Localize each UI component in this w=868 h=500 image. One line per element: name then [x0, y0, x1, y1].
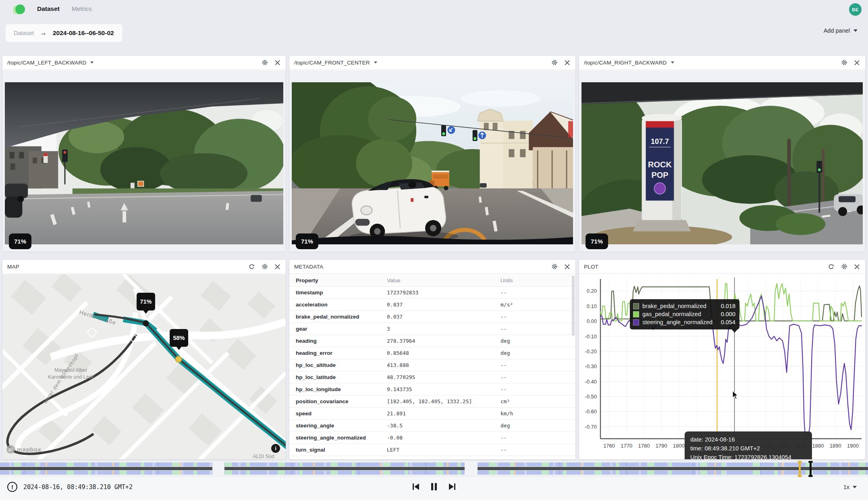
- camera-image-front-center: [292, 82, 573, 244]
- svg-text:-0.40: -0.40: [585, 379, 597, 385]
- svg-text:1770: 1770: [621, 443, 632, 449]
- app-logo-icon[interactable]: [15, 4, 25, 15]
- table-header-row: Property Value Units: [289, 274, 575, 287]
- value-cell: 1723792833: [387, 287, 500, 299]
- add-panel-button[interactable]: Add panel: [824, 27, 858, 34]
- settings-gear-icon[interactable]: [551, 263, 558, 270]
- breadcrumb-root[interactable]: Dataset: [14, 30, 34, 36]
- breadcrumb-row: Dataset → 2024-08-16--06-50-02 Add panel: [0, 19, 868, 54]
- units-cell: --: [500, 444, 575, 456]
- nav-tab-dataset[interactable]: Dataset: [37, 5, 60, 12]
- chevron-down-icon: [853, 29, 858, 32]
- settings-gear-icon[interactable]: [841, 59, 847, 66]
- svg-text:-0.60: -0.60: [585, 408, 597, 415]
- property-cell: turn_signal: [289, 444, 387, 456]
- legend-swatch: [633, 303, 639, 309]
- panel-header: /topic/CAM_RIGHT_BACKWARD: [579, 56, 865, 70]
- panel-title: PLOT: [584, 264, 598, 270]
- settings-gear-icon[interactable]: [551, 59, 558, 66]
- playback-speed-selector[interactable]: 1x: [843, 484, 857, 490]
- metadata-table-container[interactable]: Property Value Units timestamp1723792833…: [289, 274, 575, 459]
- topic-selector-cam-left[interactable]: /topic/CAM_LEFT_BACKWARD: [7, 60, 94, 66]
- breadcrumb-current: 2024-08-16--06-50-02: [53, 29, 114, 37]
- units-cell: deg: [500, 420, 575, 432]
- value-cell: [182.405, 182.405, 1332.25]: [387, 396, 500, 408]
- plot-canvas[interactable]: 0.200.100.00-0.10-0.20-0.30-0.40-0.50-0.…: [579, 274, 865, 459]
- tooltip-time: time: 08:49:38.210 GMT+2: [690, 444, 806, 453]
- property-cell: speed: [289, 408, 387, 420]
- buildings: [5, 146, 58, 189]
- svg-text:0.10: 0.10: [587, 303, 597, 309]
- panel-header: /topic/CAM_LEFT_BACKWARD: [2, 56, 286, 70]
- units-cell: m/s²: [500, 299, 575, 311]
- transport-bar: ! 2024-08-16, 08:49:38.210 GMT+2 1x: [0, 477, 868, 500]
- svg-text:1790: 1790: [656, 443, 667, 449]
- progress-badge: 71%: [296, 233, 318, 249]
- value-cell: 278.37964: [387, 335, 500, 347]
- pause-button[interactable]: [428, 481, 440, 492]
- timeline-cursor-marker[interactable]: [810, 461, 812, 477]
- svg-text:0.00: 0.00: [587, 318, 597, 324]
- close-icon[interactable]: [274, 59, 281, 66]
- property-cell: acceleration: [289, 299, 387, 311]
- table-row: gear3--: [289, 323, 575, 335]
- panel-metadata: METADATA Property Value Units timestamp1…: [289, 259, 576, 460]
- breadcrumb-arrow-icon: →: [40, 29, 47, 37]
- units-cell: deg: [500, 335, 575, 347]
- refresh-icon[interactable]: [248, 263, 255, 270]
- map-marker-tooltip: 58%: [170, 329, 188, 347]
- settings-gear-icon[interactable]: [841, 263, 847, 270]
- svg-text:1780: 1780: [638, 443, 650, 449]
- property-cell: heading_error: [289, 347, 387, 359]
- svg-text:1800: 1800: [673, 443, 685, 449]
- skip-to-start-button[interactable]: [410, 481, 422, 492]
- legend-row: steering_angle_normalized0.054: [633, 318, 735, 326]
- camera-image-left-backward: [5, 82, 283, 244]
- user-avatar[interactable]: BE: [849, 3, 862, 16]
- units-cell: km/h: [500, 408, 575, 420]
- close-icon[interactable]: [564, 59, 571, 66]
- close-icon[interactable]: [564, 263, 571, 270]
- legend-series-name: brake_pedal_normalized: [642, 303, 706, 309]
- settings-gear-icon[interactable]: [261, 59, 268, 66]
- mapbox-logo-icon: m: [6, 445, 15, 454]
- scrollbar[interactable]: [571, 275, 575, 355]
- close-icon[interactable]: [274, 263, 281, 270]
- svg-text:1900: 1900: [847, 443, 859, 449]
- panel-header: MAP: [2, 260, 286, 274]
- timeline-gap: [465, 462, 478, 475]
- table-row: heading_error0.85648deg: [289, 347, 575, 359]
- value-cell: 9.143735: [387, 383, 500, 396]
- timeline-track-top[interactable]: [0, 462, 868, 467]
- timeline-track-bottom[interactable]: [0, 471, 868, 475]
- refresh-icon[interactable]: [828, 263, 835, 270]
- mouse-cursor-icon: [732, 390, 740, 400]
- value-cell: LEFT: [387, 444, 500, 456]
- map-info-button[interactable]: i: [271, 444, 280, 453]
- legend-swatch: [633, 311, 639, 317]
- units-cell: --: [500, 359, 575, 371]
- close-icon[interactable]: [853, 263, 860, 270]
- column-header-units: Units: [500, 274, 575, 287]
- close-icon[interactable]: [853, 59, 860, 66]
- plot-data-tooltip: date: 2024-08-16 time: 08:49:38.210 GMT+…: [685, 431, 812, 459]
- topic-selector-cam-right[interactable]: /topic/CAM_RIGHT_BACKWARD: [584, 60, 675, 66]
- settings-gear-icon[interactable]: [261, 263, 268, 270]
- skip-to-end-button[interactable]: [446, 481, 458, 492]
- legend-row: gas_pedal_normalized0.000: [633, 310, 735, 318]
- timeline-scrubber[interactable]: [0, 461, 868, 477]
- nav-tab-metrics[interactable]: Metrics: [72, 5, 92, 12]
- panel-title: METADATA: [294, 264, 323, 270]
- legend-swatch: [633, 319, 639, 325]
- timeline-center-bar[interactable]: [0, 467, 868, 470]
- units-cell: --: [500, 311, 575, 323]
- panel-header: METADATA: [289, 260, 575, 274]
- timeline-playhead-marker[interactable]: [799, 461, 801, 477]
- legend-series-value: 0.054: [721, 319, 735, 325]
- property-cell: hp_loc_longitude: [289, 383, 387, 396]
- value-cell: 413.888: [387, 359, 500, 371]
- map-canvas[interactable]: Herderstraße Unter dem Birkenkopf Maywal…: [2, 274, 286, 459]
- topic-selector-cam-front[interactable]: /topic/CAM_FRONT_CENTER: [294, 60, 378, 66]
- mapbox-attribution[interactable]: m mapbox: [6, 445, 42, 454]
- property-cell: steering_angle: [289, 420, 387, 432]
